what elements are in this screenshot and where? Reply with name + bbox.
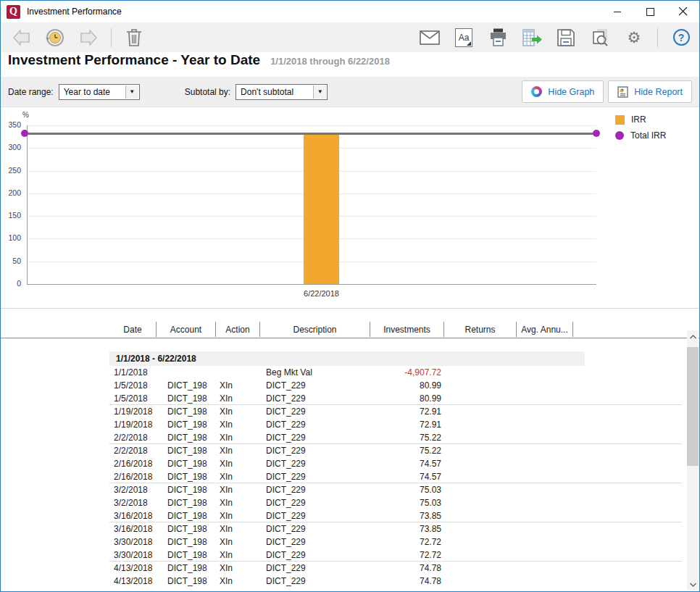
investments-cell: 72.91 [370,420,444,430]
quicken-logo-icon: Q [7,5,20,19]
date-cell: 3/30/2018 [109,537,157,547]
action-cell: XIn [216,524,260,534]
font-icon: Aa [455,28,472,47]
hide-report-label: Hide Report [634,87,683,97]
export-spreadsheet-icon [522,28,543,47]
account-cell: DICT_198 [157,407,216,417]
font-settings-button[interactable]: Aa [453,27,475,49]
save-button[interactable] [555,27,577,49]
investments-cell: 73.85 [370,524,444,534]
export-button[interactable] [521,27,543,49]
table-row[interactable]: 4/27/2018DICT_198XInDICT_22974.10 [109,588,682,591]
report-date-range: 1/1/2018 through 6/22/2018 [270,56,390,67]
delete-button[interactable] [123,27,145,49]
filter-bar: Date range: Year to date ▼ Subtotal by: … [1,77,699,107]
table-row[interactable]: 3/16/2018DICT_198XInDICT_22973.85 [109,509,682,522]
subtotal-select[interactable]: Don't subtotal ▼ [236,84,328,100]
column-header-investments[interactable]: Investments [370,322,444,337]
column-header-date[interactable]: Date [109,322,157,337]
forward-button[interactable] [78,27,99,49]
window-titlebar: Q Investment Performance [1,1,699,22]
description-cell: DICT_229 [260,563,370,573]
hide-graph-label: Hide Graph [548,87,594,97]
email-report-button[interactable] [419,27,441,49]
description-cell: DICT_229 [260,380,370,391]
action-cell: XIn [216,589,260,591]
table-row[interactable]: 1/19/2018DICT_198XInDICT_22972.91 [109,418,682,431]
report-title: Investment Performance - Year to Date [8,52,260,68]
maximize-button[interactable] [634,1,667,22]
legend-swatch-irr [615,115,625,125]
scrollbar-thumb[interactable] [687,347,699,466]
table-row[interactable]: 2/16/2018DICT_198XInDICT_22974.57 [109,470,682,483]
investments-cell: 74.10 [370,589,444,591]
table-row[interactable]: 3/2/2018DICT_198XInDICT_22975.03 [109,483,682,496]
date-range-select[interactable]: Year to date ▼ [59,84,140,100]
investments-cell: -4,907.72 [370,367,444,378]
account-cell: DICT_198 [157,446,216,456]
table-row[interactable]: 3/16/2018DICT_198XInDICT_22973.85 [109,522,682,535]
arrow-right-icon [79,30,98,46]
account-cell: DICT_198 [157,511,216,521]
account-cell: DICT_198 [157,459,216,469]
column-header-account[interactable]: Account [157,322,216,337]
hide-report-button[interactable]: Hide Report [608,80,692,103]
table-row[interactable]: 3/30/2018DICT_198XInDICT_22972.72 [109,535,682,549]
group-header-row: 1/1/2018 - 6/22/2018 [109,351,585,366]
print-button[interactable] [487,27,509,49]
table-row[interactable]: 2/16/2018DICT_198XInDICT_22974.57 [109,457,682,470]
table-row[interactable]: 1/19/2018DICT_198XInDICT_22972.91 [109,405,682,418]
chevron-up-icon [690,335,696,339]
table-row[interactable]: 2/2/2018DICT_198XInDICT_22975.22 [109,431,682,444]
x-axis-tick-label: 6/22/2018 [290,289,353,298]
vertical-scrollbar[interactable] [687,330,699,591]
history-button[interactable] [44,27,66,49]
table-row[interactable]: 1/1/2018Beg Mkt Val-4,907.72 [109,366,682,379]
date-cell: 2/2/2018 [109,433,157,443]
total-irr-line [25,133,596,135]
date-cell: 1/5/2018 [109,380,157,391]
table-row[interactable]: 1/5/2018DICT_198XInDICT_22980.99 [109,392,682,405]
table-row[interactable]: 4/13/2018DICT_198XInDICT_22974.78 [109,575,682,588]
investments-cell: 74.57 [370,459,444,469]
hide-graph-button[interactable]: Hide Graph [522,80,604,103]
quicken-window: Q Investment Performance [0,0,700,592]
y-axis-tick-label: 150 [1,211,21,220]
chevron-down-icon [690,583,696,587]
column-header-description[interactable]: Description [260,322,370,337]
back-button[interactable] [11,27,33,49]
table-row[interactable]: 2/2/2018DICT_198XInDICT_22975.22 [109,444,682,457]
account-cell: DICT_198 [157,589,216,591]
action-cell: XIn [216,459,260,469]
toolbar: Aa [1,22,699,52]
toolbar-divider [657,28,658,47]
print-preview-button[interactable] [589,27,611,49]
table-row[interactable]: 3/30/2018DICT_198XInDICT_22972.72 [109,549,682,562]
irr-bar[interactable] [304,133,339,284]
column-header-returns[interactable]: Returns [444,322,517,337]
account-cell: DICT_198 [157,380,216,391]
close-button[interactable] [667,1,699,22]
chevron-down-icon: ▼ [313,86,326,99]
date-cell: 3/30/2018 [109,550,157,560]
description-cell: DICT_229 [260,446,370,456]
scroll-down-button[interactable] [687,578,699,591]
account-cell: DICT_198 [157,472,216,482]
maximize-icon [646,8,654,16]
date-cell: 2/16/2018 [109,472,157,482]
table-row[interactable]: 4/13/2018DICT_198XInDICT_22974.78 [109,562,682,575]
minimize-button[interactable] [601,1,634,22]
envelope-icon [420,30,440,45]
gridline [27,125,596,126]
legend-item-total-irr: Total IRR [615,130,666,141]
column-header-avg-annual[interactable]: Avg. Annu... [517,322,573,337]
table-row[interactable]: 1/5/2018DICT_198XInDICT_22980.99 [109,379,682,392]
y-axis-tick-label: 100 [1,233,21,242]
help-button[interactable]: ? [670,27,692,49]
description-cell: DICT_229 [260,576,370,586]
scroll-up-button[interactable] [687,330,699,343]
table-row[interactable]: 3/2/2018DICT_198XInDICT_22975.03 [109,496,682,509]
column-header-action[interactable]: Action [216,322,260,337]
settings-button[interactable]: ⚙ [623,27,645,49]
action-cell: XIn [216,485,260,495]
